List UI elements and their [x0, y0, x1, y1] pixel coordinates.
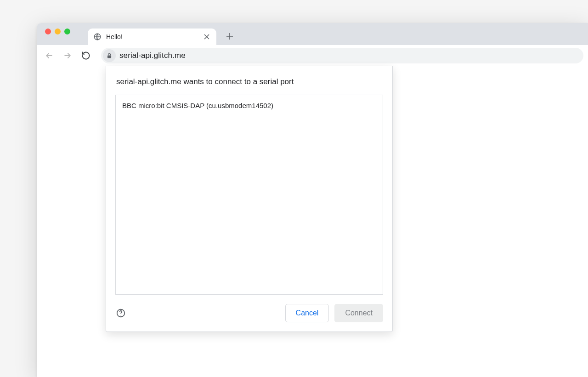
window-close-button[interactable] — [45, 29, 51, 34]
dialog-buttons: Cancel Connect — [285, 304, 383, 322]
address-bar[interactable]: serial-api.glitch.me — [101, 48, 583, 63]
help-icon[interactable] — [115, 308, 126, 319]
globe-icon — [93, 33, 102, 41]
dialog-footer: Cancel Connect — [115, 295, 383, 322]
page-content: serial-api.glitch.me wants to connect to… — [37, 66, 588, 377]
toolbar: serial-api.glitch.me — [37, 45, 588, 66]
svg-point-3 — [120, 315, 121, 315]
close-tab-button[interactable] — [203, 33, 211, 41]
device-list-item[interactable]: BBC micro:bit CMSIS-DAP (cu.usbmodem1450… — [116, 98, 383, 113]
browser-tab[interactable]: Hello! — [88, 29, 216, 45]
back-button[interactable] — [41, 48, 57, 63]
window-controls — [41, 23, 74, 45]
new-tab-button[interactable] — [223, 29, 237, 43]
serial-port-dialog: serial-api.glitch.me wants to connect to… — [106, 66, 393, 332]
tab-strip: Hello! — [37, 23, 588, 45]
url-text: serial-api.glitch.me — [119, 51, 186, 60]
connect-button[interactable]: Connect — [334, 304, 383, 322]
reload-button[interactable] — [78, 48, 94, 63]
browser-window: Hello! — [37, 23, 588, 377]
device-list[interactable]: BBC micro:bit CMSIS-DAP (cu.usbmodem1450… — [115, 95, 383, 295]
cancel-button[interactable]: Cancel — [285, 304, 329, 322]
window-maximize-button[interactable] — [64, 29, 70, 34]
svg-rect-1 — [107, 55, 111, 58]
window-minimize-button[interactable] — [55, 29, 61, 34]
dialog-title: serial-api.glitch.me wants to connect to… — [115, 75, 383, 86]
forward-button[interactable] — [60, 48, 75, 63]
tab-title: Hello! — [106, 33, 198, 40]
lock-icon[interactable] — [103, 49, 116, 62]
